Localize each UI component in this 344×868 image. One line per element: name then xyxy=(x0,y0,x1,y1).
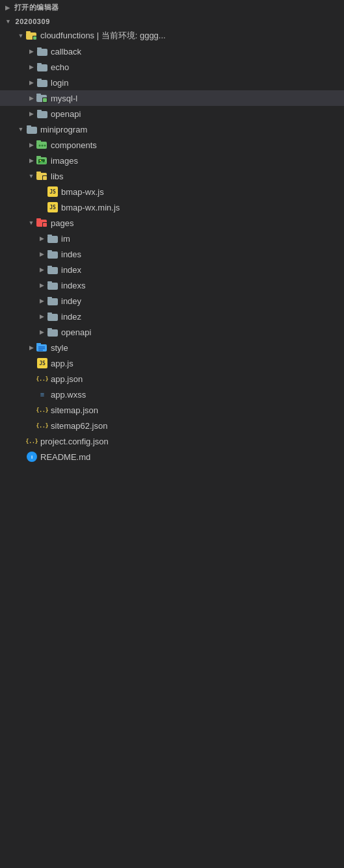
svg-rect-47 xyxy=(47,313,52,314)
workspace-section[interactable]: ▼ 20200309 xyxy=(0,15,344,28)
svg-rect-38 xyxy=(47,251,58,259)
svg-rect-40 xyxy=(47,267,58,274)
folder-icon xyxy=(36,45,48,57)
chevron-images[interactable] xyxy=(26,155,36,166)
chevron-indey[interactable] xyxy=(36,296,47,306)
tree-item-miniprogram[interactable]: miniprogram xyxy=(0,121,344,137)
svg-rect-13 xyxy=(43,98,47,102)
tree-item-openapi2[interactable]: openapi xyxy=(0,324,344,340)
item-label-miniprogram: miniprogram xyxy=(40,125,344,134)
tree-item-bmap-wx.js[interactable]: JSbmap-wx.js xyxy=(0,184,344,199)
item-label-images: images xyxy=(51,156,344,166)
tree-item-login[interactable]: login xyxy=(0,75,344,90)
item-label-sitemap62.json: sitemap62.json xyxy=(51,421,344,431)
folder-icon xyxy=(47,326,59,338)
chevron-indez[interactable] xyxy=(36,311,47,322)
svg-rect-5 xyxy=(37,47,42,49)
tree-item-sitemap62.json[interactable]: {..}sitemap62.json xyxy=(0,418,344,433)
tree-item-echo[interactable]: echo xyxy=(0,59,344,75)
svg-point-21 xyxy=(42,145,44,147)
chevron-cloudfunctions[interactable] xyxy=(16,31,26,41)
item-label-openapi: openapi xyxy=(51,109,344,119)
tree-item-openapi[interactable]: openapi xyxy=(0,106,344,121)
tree-item-indexs[interactable]: indexs xyxy=(0,277,344,293)
chevron-miniprogram[interactable] xyxy=(16,124,26,134)
tree-item-images[interactable]: images xyxy=(0,153,344,168)
workspace-chevron: ▼ xyxy=(5,18,11,25)
svg-rect-36 xyxy=(47,236,58,243)
tree-item-index[interactable]: index xyxy=(0,262,344,277)
chevron-openapi2[interactable] xyxy=(36,327,47,337)
chevron-indexs[interactable] xyxy=(36,280,47,290)
workspace-label: 20200309 xyxy=(15,18,49,25)
svg-rect-39 xyxy=(47,250,52,252)
tree-item-indez[interactable]: indez xyxy=(0,309,344,324)
svg-point-22 xyxy=(44,145,46,147)
svg-point-27 xyxy=(40,160,41,161)
folder-icon xyxy=(36,108,48,120)
item-label-mysql-l: mysql-l xyxy=(51,94,344,103)
chevron-index[interactable] xyxy=(36,264,47,275)
tree-item-indes[interactable]: indes xyxy=(0,246,344,262)
chevron-im[interactable] xyxy=(36,233,47,244)
open-editors-section[interactable]: ▶ 打开的编辑器 xyxy=(0,0,344,15)
wxss-file-icon: ≡ xyxy=(36,389,48,400)
tree-item-im[interactable]: im xyxy=(0,231,344,246)
chevron-login[interactable] xyxy=(26,77,36,88)
svg-rect-24 xyxy=(36,156,41,158)
folder-icon xyxy=(36,61,48,73)
svg-rect-19 xyxy=(36,140,41,142)
chevron-indes[interactable] xyxy=(36,249,47,259)
svg-rect-44 xyxy=(47,298,58,305)
tree-item-components[interactable]: components xyxy=(0,137,344,153)
folder-icon xyxy=(47,295,59,307)
item-label-bmap-wx.js: bmap-wx.js xyxy=(61,187,344,197)
json-file-icon: {..} xyxy=(36,373,48,385)
tree-item-pages[interactable]: pages xyxy=(0,215,344,231)
chevron-mysql-l[interactable] xyxy=(26,93,36,103)
cloud-functions-folder-icon xyxy=(26,30,38,42)
tree-item-libs[interactable]: libs xyxy=(0,168,344,184)
tree-item-style[interactable]: style xyxy=(0,340,344,355)
tree-item-README.md[interactable]: iREADME.md xyxy=(0,449,344,465)
chevron-style[interactable] xyxy=(26,342,36,353)
chevron-components[interactable] xyxy=(26,140,36,150)
libs-folder-icon xyxy=(36,170,48,182)
tree-item-sitemap.json[interactable]: {..}sitemap.json xyxy=(0,402,344,418)
svg-rect-14 xyxy=(37,111,47,118)
svg-rect-49 xyxy=(47,328,52,330)
tree-item-indey[interactable]: indey xyxy=(0,293,344,309)
tree-item-callback[interactable]: callback xyxy=(0,44,344,59)
components-folder-icon xyxy=(36,139,48,151)
svg-rect-6 xyxy=(37,64,47,71)
folder-icon xyxy=(47,248,59,260)
tree-item-app.wxss[interactable]: ≡app.wxss xyxy=(0,387,344,402)
tree-item-app.js[interactable]: JSapp.js xyxy=(0,355,344,371)
item-label-indez: indez xyxy=(61,312,344,322)
tree-item-mysql-l[interactable]: mysql-l xyxy=(0,90,344,106)
folder-icon xyxy=(47,233,59,244)
item-label-README.md: README.md xyxy=(40,452,344,462)
tree-item-project.config.json[interactable]: {..}project.config.json xyxy=(0,433,344,449)
item-label-project.config.json: project.config.json xyxy=(40,437,344,446)
tree-item-cloudfunctions[interactable]: cloudfunctions | 当前环境: gggg... xyxy=(0,28,344,44)
tree-item-bmap-wx.min.js[interactable]: JSbmap-wx.min.js xyxy=(0,199,344,215)
style-folder-icon xyxy=(36,342,48,353)
item-label-indey: indey xyxy=(61,296,344,306)
item-label-sitemap.json: sitemap.json xyxy=(51,405,344,415)
svg-point-20 xyxy=(39,145,41,147)
svg-rect-16 xyxy=(27,127,37,134)
folder-icon xyxy=(47,311,59,322)
item-label-bmap-wx.min.js: bmap-wx.min.js xyxy=(61,203,344,212)
svg-rect-35 xyxy=(43,223,47,227)
svg-rect-29 xyxy=(36,172,41,173)
chevron-openapi[interactable] xyxy=(26,108,36,119)
chevron-pages[interactable] xyxy=(26,218,36,228)
md-file-icon: i xyxy=(26,451,38,463)
item-label-app.js: app.js xyxy=(51,359,344,368)
chevron-echo[interactable] xyxy=(26,62,36,72)
file-explorer: ▶ 打开的编辑器 ▼ 20200309 cloudfunctions | 当前环… xyxy=(0,0,344,465)
chevron-callback[interactable] xyxy=(26,46,36,57)
tree-item-app.json[interactable]: {..}app.json xyxy=(0,371,344,387)
chevron-libs[interactable] xyxy=(26,171,36,181)
